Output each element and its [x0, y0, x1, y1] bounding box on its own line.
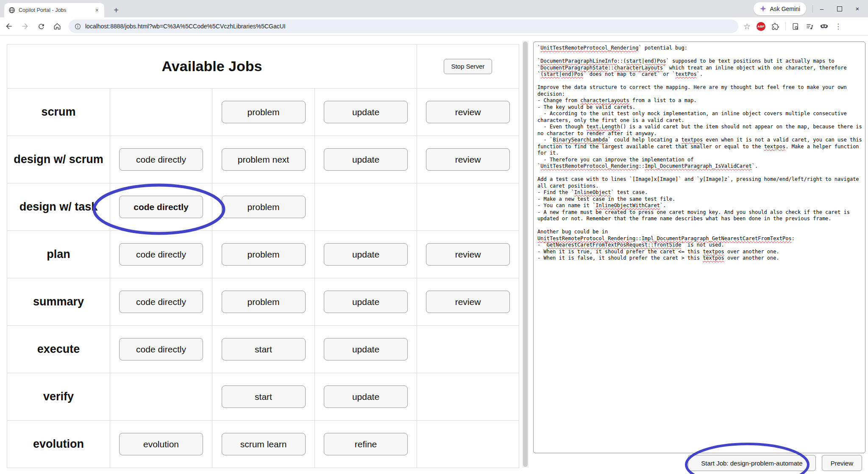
job-button-problem[interactable]: problem — [222, 291, 306, 313]
page-content: Available Jobs Stop Server scrumproblemu… — [0, 36, 868, 474]
job-cell: refine — [315, 421, 417, 468]
job-button-update[interactable]: update — [324, 385, 408, 408]
notes-line: `DocumentParagraphLineInfo::(start|end)P… — [537, 58, 861, 65]
adblock-icon[interactable]: ABP — [757, 22, 765, 31]
job-button-code-directly[interactable]: code directly — [119, 243, 203, 266]
notes-line: all caret positions. — [537, 183, 861, 190]
job-button-problem[interactable]: problem — [222, 196, 306, 218]
job-row-label: scrum — [7, 89, 110, 136]
notes-line: - Find the `InlineObject` test case. — [537, 189, 861, 196]
job-button-update[interactable]: update — [324, 243, 408, 266]
notes-line — [537, 78, 861, 85]
reading-list-icon[interactable] — [806, 22, 814, 30]
job-row-label: evolution — [7, 421, 110, 468]
job-button-review[interactable]: review — [426, 101, 510, 123]
job-cell: code directly — [110, 136, 212, 183]
notes-textarea[interactable]: `UnitTestRemoteProtocol_Rendering` poten… — [533, 42, 865, 453]
page-title: Available Jobs — [7, 44, 417, 89]
jobs-table: Available Jobs Stop Server scrumproblemu… — [7, 44, 519, 468]
job-button-evolution[interactable]: evolution — [119, 433, 203, 455]
left-pane-scrollbar[interactable] — [522, 41, 529, 468]
job-button-start[interactable]: start — [222, 338, 306, 360]
job-row-label: verify — [7, 373, 110, 421]
job-cell: review — [417, 136, 519, 183]
notes-line: for it. — [537, 150, 861, 157]
notes-line: - When it is true, it should prefer the … — [537, 249, 861, 255]
notes-line: `(start|end)Pos` does not map to `caret`… — [537, 71, 861, 78]
job-cell: review — [417, 89, 519, 136]
job-cell — [417, 421, 519, 468]
scrollbar-thumb[interactable] — [523, 42, 528, 467]
info-icon[interactable] — [75, 23, 81, 30]
job-cell: scrum learn — [212, 421, 315, 468]
job-button-refine[interactable]: refine — [324, 433, 408, 455]
job-button-review[interactable]: review — [426, 243, 510, 266]
job-cell: code directly — [110, 326, 212, 373]
notes-line: `DocumentParagraphState::characterLayout… — [537, 65, 861, 72]
ask-gemini-button[interactable]: Ask Gemini — [754, 2, 806, 15]
gemini-icon — [760, 5, 767, 12]
notes-line: updated or not. Remember that the frame … — [537, 216, 861, 222]
job-button-update[interactable]: update — [324, 101, 408, 123]
device-search-icon[interactable] — [792, 22, 800, 30]
close-window-button[interactable]: × — [849, 2, 866, 16]
new-tab-button[interactable]: + — [110, 4, 122, 16]
minimize-button[interactable]: – — [813, 2, 831, 16]
job-cell — [315, 183, 417, 231]
notes-line — [537, 52, 861, 58]
job-button-review[interactable]: review — [426, 291, 510, 313]
back-button[interactable] — [2, 19, 16, 33]
maximize-icon — [837, 6, 842, 11]
job-button-code-directly[interactable]: code directly — [119, 148, 203, 171]
job-row-label: design w/ task — [7, 183, 110, 231]
notes-line: - You can name it `InlineObjectWithCaret… — [537, 202, 861, 209]
notes-line: - Change from characterLayouts from a li… — [537, 97, 861, 104]
forward-button[interactable] — [18, 19, 32, 33]
job-button-update[interactable]: update — [324, 148, 408, 171]
notes-line: `UnitTestRemoteProtocol_Rendering` poten… — [537, 45, 861, 52]
tab-strip: Copilot Portal - Jobs × + Ask Gemini – × — [0, 0, 868, 17]
notes-line: - A new frame must be created to press o… — [537, 209, 861, 216]
job-button-start[interactable]: start — [222, 385, 306, 408]
job-row-label: design w/ scrum — [7, 136, 110, 183]
job-cell: update — [315, 326, 417, 373]
url-bar[interactable]: localhost:8888/jobs.html?wb=C%3A%5CCode%… — [69, 19, 738, 33]
job-button-review[interactable]: review — [426, 148, 510, 171]
notes-line: - Therefore you can improve the implemen… — [537, 157, 861, 164]
browser-tab[interactable]: Copilot Portal - Jobs × — [4, 3, 104, 17]
bookmark-star-icon[interactable]: ☆ — [743, 22, 751, 31]
job-button-scrum-learn[interactable]: scrum learn — [222, 433, 306, 455]
job-cell: update — [315, 231, 417, 278]
job-button-update[interactable]: update — [324, 338, 408, 360]
job-cell: start — [212, 373, 315, 421]
job-cell — [417, 326, 519, 373]
job-button-code-directly[interactable]: code directly — [119, 196, 203, 218]
job-row-label: summary — [7, 278, 110, 326]
maximize-button[interactable] — [831, 2, 849, 16]
job-cell: problem next — [212, 136, 315, 183]
job-cell: update — [315, 89, 417, 136]
job-cell: code directly — [110, 278, 212, 326]
home-icon — [53, 22, 61, 30]
job-button-update[interactable]: update — [324, 291, 408, 313]
job-button-problem[interactable]: problem — [222, 101, 306, 123]
tab-close-icon[interactable]: × — [94, 7, 100, 14]
mask-icon[interactable] — [820, 22, 829, 31]
job-button-code-directly[interactable]: code directly — [119, 291, 203, 313]
notes-line: decision: — [537, 91, 861, 98]
forward-icon — [21, 22, 29, 30]
extensions-puzzle-icon[interactable] — [771, 22, 779, 30]
job-button-code-directly[interactable]: code directly — [119, 338, 203, 360]
back-icon — [5, 22, 13, 30]
home-button[interactable] — [50, 19, 64, 33]
start-job-button[interactable]: Start Job: design-problem-automate — [688, 455, 815, 471]
job-cell: update — [315, 136, 417, 183]
job-button-problem[interactable]: problem — [222, 243, 306, 266]
stop-server-button[interactable]: Stop Server — [444, 59, 492, 74]
job-row-label: plan — [7, 231, 110, 278]
url-text: localhost:8888/jobs.html?wb=C%3A%5CCode%… — [85, 23, 286, 30]
menu-dots-icon[interactable]: ⋮ — [835, 22, 842, 31]
reload-button[interactable] — [34, 19, 48, 33]
job-button-problem-next[interactable]: problem next — [222, 148, 306, 171]
preview-button[interactable]: Preview — [822, 455, 862, 471]
